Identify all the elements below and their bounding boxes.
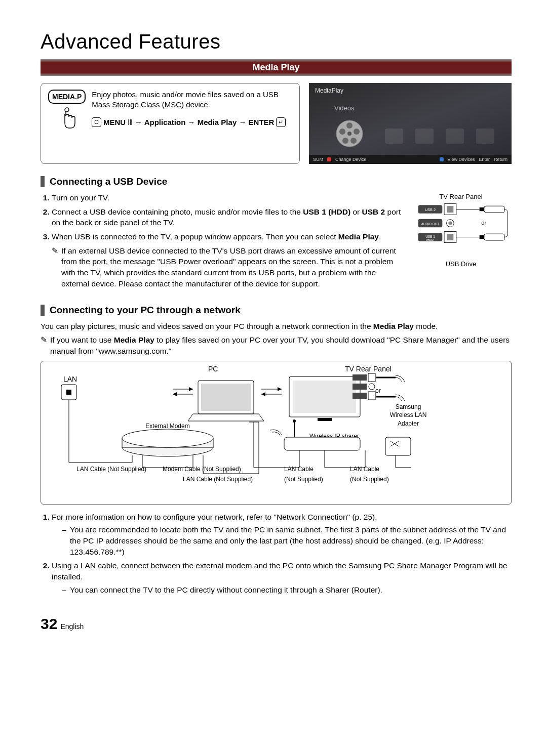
svg-text:AUDIO OUT: AUDIO OUT bbox=[421, 222, 440, 226]
network-step-2-dash: You can connect the TV to the PC directl… bbox=[70, 584, 512, 596]
subhead-accent-icon bbox=[41, 176, 45, 187]
menu-hamburger-icon: Ⅲ bbox=[128, 117, 133, 128]
svg-rect-46 bbox=[368, 392, 375, 400]
usb-overload-note: If an external USB device connected to t… bbox=[61, 245, 404, 289]
screenshot-subtitle: Videos bbox=[334, 104, 355, 112]
intro-description: Enjoy photos, music and/or movie files s… bbox=[92, 90, 292, 110]
svg-text:USB 1: USB 1 bbox=[425, 235, 435, 238]
svg-point-2 bbox=[346, 122, 353, 129]
page-title: Advanced Features bbox=[41, 30, 512, 53]
svg-text:or: or bbox=[481, 220, 486, 226]
screenshot-sum-label: SUM bbox=[313, 157, 323, 162]
svg-rect-45 bbox=[353, 393, 367, 399]
usb-connection-diagram: TV Rear Panel USB 2 AUDIO OUT USB 1 (HDD… bbox=[410, 192, 512, 269]
note-icon bbox=[52, 245, 58, 289]
menu-button-icon: O bbox=[92, 117, 101, 127]
svg-text:(HDD): (HDD) bbox=[426, 238, 435, 241]
network-intro: You can play pictures, music and videos … bbox=[41, 321, 512, 332]
usb2-port-label: USB 2 bbox=[425, 207, 436, 212]
svg-rect-26 bbox=[66, 390, 71, 395]
intro-box: MEDIA.P Enjoy photos, music and/or movie… bbox=[41, 83, 300, 164]
note-icon bbox=[41, 334, 47, 356]
svg-point-44 bbox=[369, 384, 375, 390]
screenshot-enter: Enter bbox=[479, 157, 490, 162]
svg-point-6 bbox=[350, 138, 357, 144]
svg-rect-55 bbox=[385, 437, 411, 455]
svg-rect-10 bbox=[447, 206, 454, 213]
screenshot-return: Return bbox=[494, 157, 507, 162]
menu-label: MENU bbox=[103, 117, 126, 128]
enter-icon: ↵ bbox=[276, 117, 286, 127]
pc-share-manager-note: If you want to use Media Play to play fi… bbox=[50, 334, 512, 356]
svg-rect-29 bbox=[201, 384, 251, 411]
screenshot-view-devices: View Devices bbox=[448, 157, 475, 162]
svg-rect-19 bbox=[447, 234, 454, 240]
svg-marker-31 bbox=[189, 387, 193, 391]
page-number: 32 bbox=[41, 615, 57, 633]
network-step-1: For more information on how to configure… bbox=[52, 512, 512, 558]
svg-point-54 bbox=[293, 419, 296, 423]
usb-drive-label: USB Drive bbox=[410, 260, 512, 269]
menu-path-text: → Application → Media Play → ENTER bbox=[135, 117, 274, 128]
svg-marker-37 bbox=[261, 392, 265, 396]
section-bar-media-play: Media Play bbox=[41, 59, 512, 76]
screenshot-thumb-icon bbox=[385, 129, 403, 144]
network-step-2: Using a LAN cable, connect between the e… bbox=[52, 560, 512, 595]
svg-rect-22 bbox=[484, 234, 504, 240]
video-reel-icon bbox=[334, 118, 365, 149]
mediaplay-screenshot: MediaPlay Videos SUM Change Device bbox=[309, 83, 512, 164]
subhead-accent-icon bbox=[41, 305, 45, 316]
hand-press-icon bbox=[57, 107, 77, 131]
svg-point-7 bbox=[347, 132, 351, 136]
svg-point-51 bbox=[122, 429, 213, 447]
svg-rect-40 bbox=[318, 418, 332, 421]
subhead-usb: Connecting a USB Device bbox=[50, 176, 167, 187]
svg-rect-21 bbox=[480, 207, 484, 211]
tv-rear-panel-label: TV Rear Panel bbox=[410, 192, 512, 201]
network-step-1-dash: You are recommended to locate both the T… bbox=[70, 524, 512, 557]
svg-point-0 bbox=[65, 108, 69, 112]
svg-point-14 bbox=[448, 222, 452, 225]
screenshot-title: MediaPlay bbox=[315, 87, 343, 94]
menu-path: O MENU Ⅲ → Application → Media Play → EN… bbox=[92, 117, 292, 128]
svg-rect-39 bbox=[293, 381, 356, 413]
red-a-button-icon bbox=[327, 157, 331, 161]
svg-rect-41 bbox=[353, 374, 367, 381]
svg-point-4 bbox=[339, 129, 345, 135]
screenshot-change-device: Change Device bbox=[335, 157, 367, 162]
subhead-network: Connecting to your PC through a network bbox=[50, 305, 241, 316]
svg-rect-42 bbox=[368, 373, 375, 382]
svg-marker-35 bbox=[278, 387, 282, 391]
blue-d-button-icon bbox=[440, 157, 444, 161]
screenshot-thumb-icon bbox=[446, 129, 464, 144]
svg-rect-23 bbox=[480, 235, 484, 239]
page-language: English bbox=[60, 622, 84, 631]
svg-point-3 bbox=[354, 129, 360, 135]
screenshot-thumb-icon bbox=[415, 129, 434, 144]
svg-rect-52 bbox=[284, 437, 360, 450]
svg-point-5 bbox=[342, 138, 348, 144]
svg-marker-33 bbox=[173, 392, 177, 396]
screenshot-thumb-icon bbox=[476, 129, 494, 144]
svg-rect-43 bbox=[353, 384, 367, 390]
svg-rect-20 bbox=[484, 206, 504, 213]
network-diagram: PC TV Rear Panel LAN or Samsung Wireless… bbox=[41, 361, 512, 505]
media-p-button-label: MEDIA.P bbox=[48, 90, 86, 104]
